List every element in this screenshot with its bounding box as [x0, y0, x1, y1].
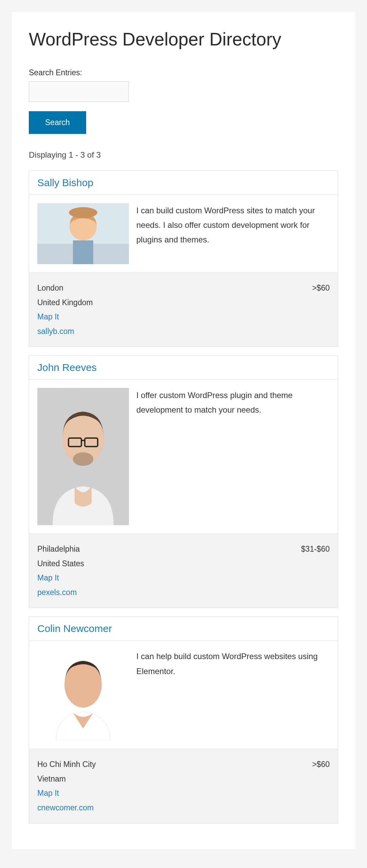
directory-entry: Sally Bishop I can build custom WordPres…	[29, 171, 338, 347]
avatar	[37, 203, 129, 264]
page-container: WordPress Developer Directory Search Ent…	[12, 12, 355, 849]
entry-name-link[interactable]: Colin Newcomer	[37, 623, 112, 634]
entry-footer: Philadelphia United States Map It pexels…	[29, 533, 338, 608]
svg-rect-4	[76, 208, 90, 216]
entry-name-link[interactable]: John Reeves	[37, 362, 97, 373]
website-link[interactable]: sallyb.com	[37, 324, 93, 339]
entry-location: Philadelphia United States Map It pexels…	[37, 542, 84, 599]
avatar	[37, 649, 129, 741]
map-link[interactable]: Map It	[37, 571, 84, 585]
svg-point-11	[73, 452, 93, 466]
search-label: Search Entries:	[29, 68, 338, 77]
entry-header: Colin Newcomer	[29, 617, 338, 641]
entry-city: London	[37, 281, 93, 295]
entry-city: Philadelphia	[37, 542, 84, 556]
entry-footer: Ho Chi Minh City Vietnam Map It cnewcome…	[29, 749, 338, 823]
map-link[interactable]: Map It	[37, 310, 93, 324]
entry-footer: London United Kingdom Map It sallyb.com …	[29, 272, 338, 347]
entry-country: Vietnam	[37, 772, 96, 786]
entry-body: I can help build custom WordPress websit…	[29, 641, 338, 749]
directory-entry: Colin Newcomer I can help build custom W…	[29, 616, 338, 823]
entry-location: London United Kingdom Map It sallyb.com	[37, 281, 93, 338]
entry-country: United States	[37, 556, 84, 571]
entry-description: I can build custom WordPress sites to ma…	[136, 203, 330, 247]
entry-city: Ho Chi Minh City	[37, 757, 96, 772]
entry-header: John Reeves	[29, 356, 338, 380]
search-input[interactable]	[29, 81, 129, 102]
entry-price: $31-$60	[301, 542, 330, 556]
svg-rect-5	[73, 240, 93, 264]
avatar	[37, 388, 129, 525]
entry-description: I can help build custom WordPress websit…	[136, 649, 330, 678]
entry-price: >$60	[312, 281, 330, 295]
website-link[interactable]: pexels.com	[37, 585, 84, 600]
entry-body: I offer custom WordPress plugin and them…	[29, 380, 338, 533]
search-button[interactable]: Search	[29, 111, 86, 134]
entry-description: I offer custom WordPress plugin and them…	[136, 388, 330, 417]
entry-price: >$60	[312, 757, 330, 772]
page-title: WordPress Developer Directory	[29, 29, 338, 50]
map-link[interactable]: Map It	[37, 786, 96, 801]
entry-body: I can build custom WordPress sites to ma…	[29, 195, 338, 272]
entry-name-link[interactable]: Sally Bishop	[37, 177, 93, 188]
entry-country: United Kingdom	[37, 295, 93, 310]
entry-location: Ho Chi Minh City Vietnam Map It cnewcome…	[37, 757, 96, 815]
website-link[interactable]: cnewcomer.com	[37, 801, 96, 815]
results-count: Displaying 1 - 3 of 3	[29, 150, 338, 160]
directory-entry: John Reeves I offer custom WordPress plu…	[29, 355, 338, 608]
entry-header: Sally Bishop	[29, 171, 338, 195]
